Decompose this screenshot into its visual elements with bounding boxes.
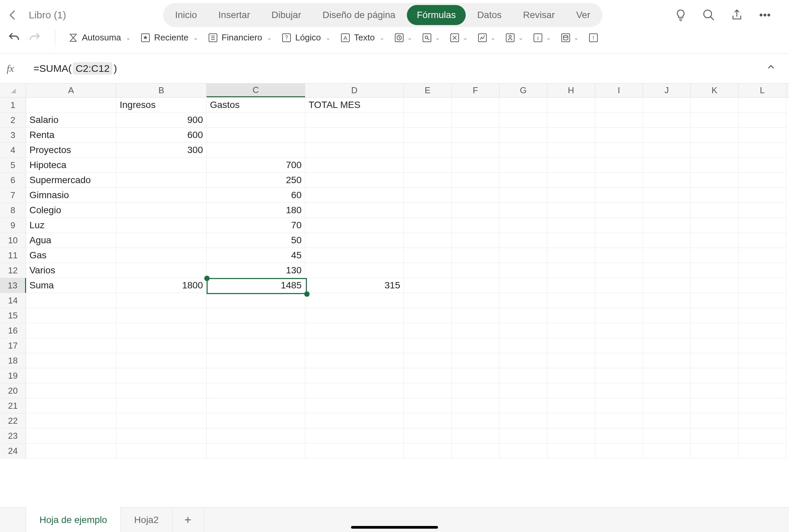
cell-E22[interactable] [404,413,452,429]
row-header-20[interactable]: 20 [0,383,26,398]
row-header-24[interactable]: 24 [0,443,26,458]
cell-G4[interactable] [500,143,547,158]
cell-D17[interactable] [305,338,404,353]
row-header-3[interactable]: 3 [0,128,26,143]
cell-D13[interactable]: 315 [305,278,404,293]
cell-L10[interactable] [738,233,786,248]
cell-I4[interactable] [595,143,643,158]
error-check-button[interactable]: ! [588,33,599,43]
cell-J13[interactable] [643,278,691,293]
cell-L24[interactable] [738,443,786,458]
cell-A13[interactable]: Suma [26,278,116,293]
cell-B10[interactable] [116,233,207,248]
cell-K10[interactable] [691,233,738,248]
cell-B5[interactable] [116,158,207,173]
cell-H15[interactable] [547,308,595,323]
cell-F14[interactable] [452,293,500,308]
sheet-tab-2[interactable]: Hoja2 [121,508,172,532]
cell-K22[interactable] [691,413,738,429]
row-header-1[interactable]: 1 [0,98,26,113]
cell-G18[interactable] [500,353,547,368]
cell-I11[interactable] [595,248,643,263]
cell-G15[interactable] [500,308,547,323]
cell-K14[interactable] [691,293,738,308]
cell-C14[interactable] [207,293,305,308]
cell-B3[interactable]: 600 [116,128,207,143]
row-header-6[interactable]: 6 [0,173,26,188]
cell-I21[interactable] [595,398,643,413]
cell-D2[interactable] [305,113,404,128]
add-sheet-button[interactable]: + [172,508,204,532]
cell-D1[interactable]: TOTAL MES [305,98,404,113]
cell-G12[interactable] [500,263,547,278]
cell-E16[interactable] [404,323,452,338]
row-header-16[interactable]: 16 [0,323,26,338]
cell-C13[interactable]: 1485 [207,278,305,293]
cell-L9[interactable] [738,218,786,233]
cell-H5[interactable] [547,158,595,173]
text-button[interactable]: A Texto ⌄ [340,33,384,43]
cell-B15[interactable] [116,308,207,323]
cell-A16[interactable] [26,323,116,338]
cell-B4[interactable]: 300 [116,143,207,158]
cell-E8[interactable] [404,203,452,218]
cell-D23[interactable] [305,429,404,443]
cell-B21[interactable] [116,398,207,413]
cell-L13[interactable] [738,278,786,293]
cell-I18[interactable] [595,353,643,368]
cell-H8[interactable] [547,203,595,218]
cell-G17[interactable] [500,338,547,353]
cell-K12[interactable] [691,263,738,278]
lookup-button[interactable]: ⌄ [421,33,440,43]
cell-K15[interactable] [691,308,738,323]
cell-A1[interactable] [26,98,116,113]
cell-E10[interactable] [404,233,452,248]
cell-J8[interactable] [643,203,691,218]
cell-F21[interactable] [452,398,500,413]
cell-C17[interactable] [207,338,305,353]
cell-A9[interactable]: Luz [26,218,116,233]
cell-H9[interactable] [547,218,595,233]
cell-F8[interactable] [452,203,500,218]
cell-J3[interactable] [643,128,691,143]
financial-button[interactable]: Financiero ⌄ [208,33,272,43]
date-time-button[interactable]: ⌄ [394,33,412,43]
cell-A3[interactable]: Renta [26,128,116,143]
cell-K23[interactable] [691,429,738,443]
cell-A20[interactable] [26,383,116,398]
cell-G7[interactable] [500,188,547,203]
cell-B13[interactable]: 1800 [116,278,207,293]
cell-C24[interactable] [207,443,305,458]
cell-I6[interactable] [595,173,643,188]
cell-B19[interactable] [116,368,207,383]
cell-B14[interactable] [116,293,207,308]
cell-F1[interactable] [452,98,500,113]
cell-K8[interactable] [691,203,738,218]
cell-I9[interactable] [595,218,643,233]
cell-G2[interactable] [500,113,547,128]
cell-K13[interactable] [691,278,738,293]
cell-L21[interactable] [738,398,786,413]
cell-E20[interactable] [404,383,452,398]
cell-C2[interactable] [207,113,305,128]
more-icon[interactable] [757,8,772,22]
cell-L16[interactable] [738,323,786,338]
cell-A21[interactable] [26,398,116,413]
cell-E12[interactable] [404,263,452,278]
cell-A2[interactable]: Salario [26,113,116,128]
cell-K24[interactable] [691,443,738,458]
cell-I19[interactable] [595,368,643,383]
cell-D11[interactable] [305,248,404,263]
cell-D14[interactable] [305,293,404,308]
row-header-12[interactable]: 12 [0,263,26,278]
cell-D6[interactable] [305,173,404,188]
cell-H7[interactable] [547,188,595,203]
cell-B11[interactable] [116,248,207,263]
cell-G20[interactable] [500,383,547,398]
cell-L19[interactable] [738,368,786,383]
cell-D24[interactable] [305,443,404,458]
row-header-23[interactable]: 23 [0,429,26,443]
cell-I3[interactable] [595,128,643,143]
cell-A24[interactable] [26,443,116,458]
cell-K17[interactable] [691,338,738,353]
